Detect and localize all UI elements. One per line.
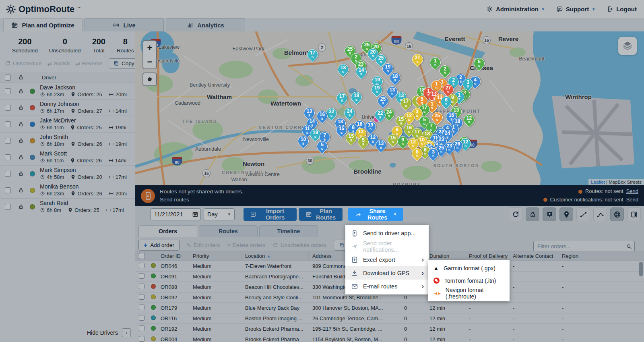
share-routes-button[interactable]: Share Routes ▼ [348, 208, 403, 221]
filter-orders-input[interactable] [533, 241, 635, 252]
lock-icon[interactable] [18, 104, 24, 111]
route-paths-button[interactable] [593, 207, 607, 221]
submenu-item-navigon[interactable]: ◄► Navigon format (.freshroute) [428, 287, 510, 299]
column-header[interactable]: Proof of Delivery [465, 253, 509, 259]
poi-marker-button[interactable] [543, 207, 556, 221]
table-scrollbar-thumb[interactable] [639, 262, 643, 276]
driver-row[interactable]: Donny Johnson 6h 17m Orders: 27 14mi [0, 99, 135, 116]
calendar-icon[interactable] [192, 211, 198, 218]
order-row[interactable]: OR179MediumBlue Mercury Back Bay300 Hano… [135, 303, 644, 313]
import-orders-button[interactable]: Import Orders [244, 208, 297, 221]
submenu-item-garmin[interactable]: ▲ Garmin format (.gpx) [428, 262, 510, 274]
send-routes-link[interactable]: Send routes [160, 197, 189, 203]
order-checkbox[interactable] [139, 294, 144, 300]
driver-row[interactable]: Mark Simpson 4h 58m Orders: 20 17mi [0, 166, 135, 182]
column-header[interactable]: Region [558, 253, 641, 259]
order-row[interactable]: OR004MediumBrooks Eckerd Pharma1154 Boyl… [135, 334, 644, 342]
column-header[interactable]: Order ID [157, 253, 189, 259]
plan-routes-button[interactable]: Plan Routes [299, 208, 343, 221]
driver-checkbox[interactable] [5, 171, 11, 177]
menu-item-doc[interactable]: Excel export › [345, 253, 429, 266]
polygon-select-button[interactable] [142, 73, 157, 86]
driver-row[interactable]: Sarah Reid 6h 8m Orders: 25 17mi [0, 199, 135, 215]
range-select[interactable]: Day ▼ [204, 208, 235, 220]
nav-administration[interactable]: Administration▼ [486, 6, 545, 12]
driver-row[interactable]: John Smith 6h 18m Orders: 26 19mi [0, 133, 135, 149]
hide-drivers-label: Hide Drivers [87, 330, 118, 336]
tab-analytics[interactable]: Analytics [166, 18, 245, 31]
send-link[interactable]: Send [626, 196, 638, 204]
order-checkbox[interactable] [139, 273, 144, 279]
select-all-orders-checkbox[interactable] [139, 253, 145, 259]
reverse-button[interactable]: ⇄ Reverse [75, 60, 102, 67]
route-map[interactable]: BelmontWalthamWatertownNewtonBrooklineCh… [135, 31, 644, 185]
driver-checkbox[interactable] [5, 88, 11, 94]
driver-row[interactable]: Jake McDriver 6h 11m Orders: 25 19mi [0, 116, 135, 133]
order-cell: - [558, 315, 641, 321]
lock-icon[interactable] [18, 154, 24, 160]
driver-checkbox[interactable] [5, 204, 11, 210]
menu-item-plane[interactable]: Send order notifications... [345, 240, 429, 253]
zoom-in-button[interactable]: + [143, 41, 156, 55]
menu-item-download[interactable]: Download to GPS › [345, 266, 429, 280]
lock-icon[interactable] [18, 187, 24, 193]
column-header[interactable]: Priority [189, 253, 242, 259]
copy-routes-button[interactable]: Copy [109, 58, 139, 68]
tab-plan-and-optimize[interactable]: Plan and Optimize [3, 18, 83, 31]
switch-button[interactable]: ⇄ Switch [47, 60, 70, 67]
driver-checkbox[interactable] [5, 154, 11, 160]
nav-support[interactable]: Support▼ [556, 6, 595, 12]
driver-checkbox[interactable] [5, 187, 11, 193]
lock-icon[interactable] [18, 88, 24, 94]
lock-icon[interactable] [18, 137, 24, 144]
submenu-item-tomtom[interactable]: TomTom format (.itn) [428, 274, 510, 287]
lock-routes-button[interactable] [526, 207, 539, 221]
lock-icon[interactable] [18, 121, 24, 127]
plane-icon [351, 243, 358, 250]
tab-live[interactable]: Live [85, 18, 164, 31]
show-pins-button[interactable] [559, 207, 573, 221]
driver-checkbox[interactable] [5, 138, 11, 144]
route-color-dot [30, 204, 35, 209]
zoom-out-button[interactable]: − [143, 55, 156, 68]
menu-item-mail[interactable]: E-mail routes › [345, 280, 429, 293]
tab-routes[interactable]: Routes [199, 225, 258, 237]
leaflet-link[interactable]: Leaflet [591, 180, 605, 184]
driver-checkbox[interactable] [5, 121, 11, 127]
order-checkbox[interactable] [139, 284, 144, 289]
tab-timeline[interactable]: Timeline [259, 225, 318, 237]
lock-icon[interactable] [18, 170, 24, 177]
order-row[interactable]: OR192MediumBrooks Eckerd Pharma...195-21… [135, 324, 644, 334]
order-color-dot [151, 284, 156, 289]
column-header[interactable]: Alternate Contact [509, 253, 558, 259]
column-header[interactable]: Location ▲ [242, 253, 309, 259]
column-header[interactable]: Duration [426, 253, 465, 259]
map-layers-button[interactable] [618, 37, 637, 55]
collapse-drivers-button[interactable]: ‹ [122, 328, 131, 337]
order-checkbox[interactable] [139, 263, 144, 268]
order-checkbox[interactable] [139, 325, 144, 331]
tab-orders[interactable]: Orders [138, 225, 197, 237]
delete-orders-button[interactable]: × Delete orders [227, 242, 265, 248]
select-all-drivers-checkbox[interactable] [5, 75, 11, 81]
menu-item-phone[interactable]: Send to driver app... [345, 226, 429, 240]
add-order-button[interactable]: + Add order [138, 240, 180, 251]
lock-icon[interactable] [18, 203, 24, 210]
nav-logout[interactable]: Logout [607, 6, 637, 12]
order-checkbox[interactable] [139, 305, 144, 310]
unschedule-orders-button[interactable]: Unschedule orders [272, 242, 326, 248]
driver-checkbox[interactable] [5, 105, 11, 111]
map-view-button[interactable] [610, 207, 624, 221]
order-checkbox[interactable] [139, 315, 144, 321]
order-checkbox[interactable] [139, 336, 144, 342]
send-link[interactable]: Send [626, 187, 638, 196]
route-stops-button[interactable] [576, 207, 590, 221]
unschedule-button[interactable]: Unschedule [5, 60, 41, 66]
refresh-button[interactable] [509, 207, 522, 221]
order-row[interactable]: OR116MediumBoston Photo Imaging ...26 Ca… [135, 313, 644, 324]
driver-row[interactable]: Monika Benson 6h 23m Orders: 26 20mi [0, 182, 135, 199]
driver-row[interactable]: Mark Scott 6h 11m Orders: 26 14mi [0, 149, 135, 166]
panel-toggle-button[interactable] [627, 207, 641, 221]
edit-orders-button[interactable]: ✎ Edit orders [187, 242, 220, 249]
driver-row[interactable]: Dave Jackson 6h 23m Orders: 25 20mi [0, 83, 135, 99]
